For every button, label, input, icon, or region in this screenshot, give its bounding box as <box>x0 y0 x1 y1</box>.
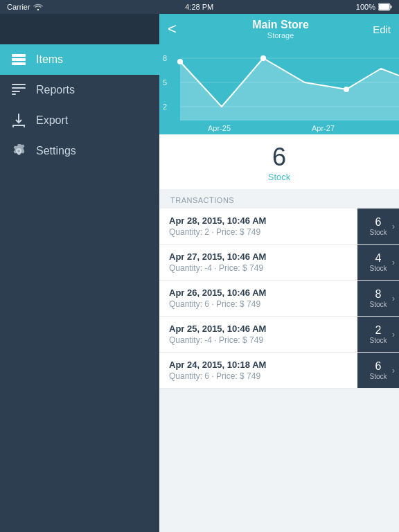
sidebar-item-settings[interactable]: Settings <box>0 136 159 166</box>
main-layout: Items Reports <box>0 14 399 532</box>
transaction-date-1: Apr 27, 2015, 10:46 AM <box>169 251 348 262</box>
transaction-date-0: Apr 28, 2015, 10:46 AM <box>169 215 348 226</box>
svg-rect-13 <box>24 125 25 127</box>
transactions-header: TRANSACTIONS <box>159 189 399 209</box>
svg-point-19 <box>344 87 349 92</box>
svg-rect-12 <box>12 125 14 127</box>
edit-button[interactable]: Edit <box>373 24 391 35</box>
stock-number: 6 <box>272 143 286 172</box>
status-time: 4:28 PM <box>185 3 213 11</box>
chevron-icon-2: › <box>392 294 395 303</box>
transactions-list: Apr 28, 2015, 10:46 AM Quantity: 2 · Pri… <box>159 209 399 532</box>
transaction-stock-2[interactable]: 8 Stock › <box>357 281 399 316</box>
sidebar-item-export[interactable]: Export <box>0 105 159 136</box>
svg-point-17 <box>177 59 183 64</box>
svg-rect-4 <box>12 54 26 57</box>
svg-text:8: 8 <box>163 54 167 62</box>
stock-value-1: 4 <box>375 252 382 265</box>
settings-icon <box>11 143 26 159</box>
nav-bar: < Main Store Storage Edit <box>159 14 399 44</box>
sidebar-reports-label: Reports <box>36 84 75 96</box>
export-icon <box>11 113 26 128</box>
nav-title: Main Store <box>252 19 309 31</box>
transaction-date-2: Apr 26, 2015, 10:46 AM <box>169 287 348 298</box>
stock-value-0: 6 <box>375 216 382 229</box>
transaction-date-4: Apr 24, 2015, 10:18 AM <box>169 360 348 370</box>
chevron-icon-3: › <box>392 330 395 339</box>
transaction-stock-3[interactable]: 2 Stock › <box>357 317 399 352</box>
sidebar: Items Reports <box>0 14 159 532</box>
svg-rect-2 <box>390 6 391 8</box>
stock-label-2: Stock <box>369 301 387 308</box>
svg-rect-10 <box>12 94 16 95</box>
stock-label-1: Stock <box>369 265 387 272</box>
transaction-details-0: Quantity: 2 · Price: $ 749 <box>169 227 348 237</box>
carrier-label: Carrier <box>7 3 30 11</box>
chart-svg: 8 5 2 Apr-25 Apr-27 <box>159 44 399 134</box>
transaction-date-3: Apr 25, 2015, 10:46 AM <box>169 323 348 334</box>
transaction-details-3: Quantity: -4 · Price: $ 749 <box>169 335 348 345</box>
svg-rect-9 <box>12 91 20 92</box>
svg-point-18 <box>260 55 266 61</box>
chevron-icon-4: › <box>392 366 395 375</box>
svg-point-0 <box>37 9 38 10</box>
stock-display: 6 Stock <box>159 134 399 189</box>
sidebar-item-items[interactable]: Items <box>0 44 159 75</box>
transaction-row: Apr 27, 2015, 10:46 AM Quantity: -4 · Pr… <box>159 245 399 281</box>
transaction-info-4: Apr 24, 2015, 10:18 AM Quantity: 6 · Pri… <box>159 353 357 388</box>
chevron-icon-0: › <box>392 222 395 231</box>
stock-label-3: Stock <box>369 337 387 344</box>
stock-value-3: 2 <box>375 324 382 337</box>
svg-rect-11 <box>12 125 25 126</box>
transaction-row: Apr 25, 2015, 10:46 AM Quantity: -4 · Pr… <box>159 317 399 353</box>
chart-area: 8 5 2 Apr-25 Apr-27 <box>159 44 399 134</box>
transaction-info-1: Apr 27, 2015, 10:46 AM Quantity: -4 · Pr… <box>159 245 357 280</box>
svg-rect-8 <box>12 87 26 89</box>
stock-value-2: 8 <box>375 288 382 301</box>
status-left: Carrier <box>7 3 43 11</box>
reports-icon <box>11 82 26 98</box>
sidebar-header <box>0 14 159 44</box>
svg-rect-6 <box>12 62 26 65</box>
sidebar-settings-label: Settings <box>36 145 76 157</box>
sidebar-item-reports[interactable]: Reports <box>0 75 159 105</box>
transaction-stock-0[interactable]: 6 Stock › <box>357 209 399 244</box>
transaction-stock-1[interactable]: 4 Stock › <box>357 245 399 280</box>
chevron-icon-1: › <box>392 258 395 267</box>
svg-text:Apr-25: Apr-25 <box>208 124 231 132</box>
transaction-info-2: Apr 26, 2015, 10:46 AM Quantity: 6 · Pri… <box>159 281 357 316</box>
svg-rect-3 <box>379 4 389 10</box>
transaction-stock-4[interactable]: 6 Stock › <box>357 353 399 388</box>
sidebar-export-label: Export <box>36 114 68 127</box>
stock-label-0: Stock <box>369 229 387 236</box>
nav-title-block: Main Store Storage <box>252 19 309 39</box>
battery-icon <box>378 3 392 11</box>
battery-label: 100% <box>356 3 375 11</box>
transaction-row: Apr 24, 2015, 10:18 AM Quantity: 6 · Pri… <box>159 353 399 389</box>
transaction-row: Apr 26, 2015, 10:46 AM Quantity: 6 · Pri… <box>159 281 399 317</box>
stock-label-4: Stock <box>369 373 387 380</box>
svg-rect-5 <box>12 58 26 61</box>
nav-subtitle: Storage <box>267 31 294 39</box>
transaction-row: Apr 28, 2015, 10:46 AM Quantity: 2 · Pri… <box>159 209 399 245</box>
transaction-details-1: Quantity: -4 · Price: $ 749 <box>169 263 348 273</box>
status-bar: Carrier 4:28 PM 100% <box>0 0 399 14</box>
transaction-details-2: Quantity: 6 · Price: $ 749 <box>169 299 348 309</box>
svg-text:5: 5 <box>163 78 167 87</box>
svg-rect-7 <box>12 84 26 85</box>
status-right: 100% <box>356 3 392 11</box>
svg-text:2: 2 <box>163 103 167 111</box>
content-area: < Main Store Storage Edit <box>159 14 399 532</box>
items-icon <box>11 52 26 67</box>
back-button[interactable]: < <box>168 20 188 38</box>
svg-text:Apr-27: Apr-27 <box>312 124 335 132</box>
transaction-info-0: Apr 28, 2015, 10:46 AM Quantity: 2 · Pri… <box>159 209 357 244</box>
sidebar-items-label: Items <box>36 53 63 66</box>
stock-value-4: 6 <box>375 360 382 373</box>
transaction-info-3: Apr 25, 2015, 10:46 AM Quantity: -4 · Pr… <box>159 317 357 352</box>
wifi-icon <box>33 3 43 10</box>
transaction-details-4: Quantity: 6 · Price: $ 749 <box>169 371 348 381</box>
stock-label: Stock <box>268 172 291 182</box>
